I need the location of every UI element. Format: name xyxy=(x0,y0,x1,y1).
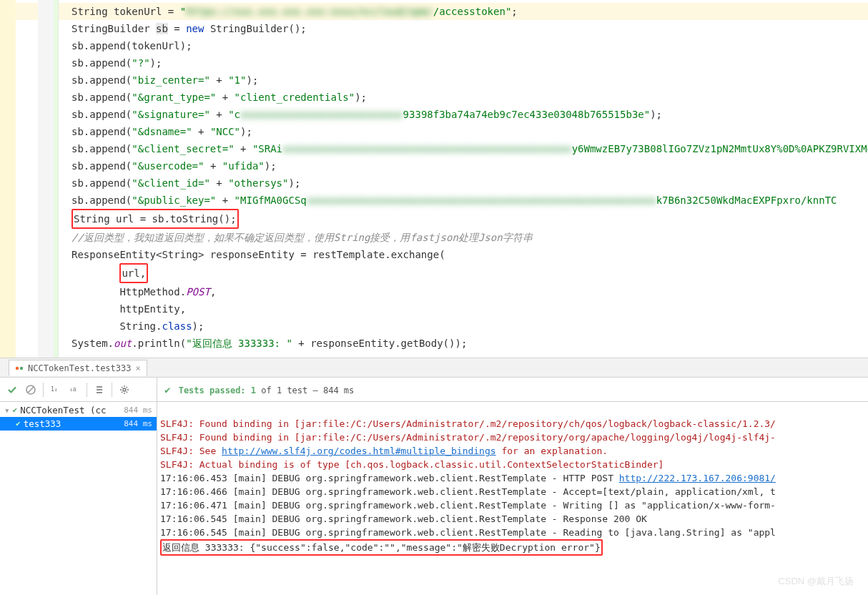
check-icon: ✔ xyxy=(16,419,21,428)
console-line: SLF4J: Found binding in [jar:file:/C:/Us… xyxy=(160,432,776,443)
sort-down-icon[interactable]: 1↓ xyxy=(48,382,64,398)
console-link[interactable]: http://www.slf4j.org/codes.html#multiple… xyxy=(222,446,496,456)
run-tab[interactable]: NCCTokenTest.test333 × xyxy=(9,360,147,376)
tree-duration: 844 ms xyxy=(124,419,152,428)
console-line: 17:16:06.545 [main] DEBUG org.springfram… xyxy=(160,527,776,538)
annotation-box-3: 返回信息 333333: {"success":false,"code":"",… xyxy=(160,539,603,556)
annotation-box-2: url, xyxy=(119,263,148,283)
annotation-box-1: String url = sb.toString(); xyxy=(71,209,239,229)
tree-row-method[interactable]: ✔ test333 844 ms xyxy=(0,417,157,431)
expand-all-icon[interactable] xyxy=(92,382,107,398)
code-block[interactable]: String tokenUrl = "https://xxx.xxx.xxx.x… xyxy=(0,0,868,352)
test-tree[interactable]: ▾ ✔ NCCTokenTest (cc 844 ms ✔ test333 84… xyxy=(0,402,157,595)
tree-label: test333 xyxy=(24,418,61,429)
check-icon: ✔ xyxy=(164,384,170,395)
test-status: ✔ Tests passed: 1 of 1 test – 844 ms xyxy=(157,384,354,395)
svg-text:↓a: ↓a xyxy=(69,386,77,393)
console-line: 17:16:06.545 [main] DEBUG org.springfram… xyxy=(160,513,647,524)
console-output[interactable]: SLF4J: Found binding in [jar:file:/C:/Us… xyxy=(157,402,868,595)
code-text: String tokenUrl = xyxy=(71,6,180,17)
console-line: 17:16:06.471 [main] DEBUG org.springfram… xyxy=(160,500,776,511)
console-line: 17:16:06.466 [main] DEBUG org.springfram… xyxy=(160,486,776,497)
run-tab-bar: NCCTokenTest.test333 × xyxy=(0,358,868,378)
sort-up-icon[interactable]: ↓a xyxy=(66,382,82,398)
check-icon: ✔ xyxy=(13,405,18,415)
svg-line-3 xyxy=(28,387,34,393)
close-icon[interactable]: × xyxy=(136,363,141,373)
show-ignored-toggle[interactable] xyxy=(23,382,39,398)
show-passed-toggle[interactable] xyxy=(4,382,20,398)
svg-point-0 xyxy=(16,366,19,369)
gutter xyxy=(0,0,59,358)
console-line: SLF4J: Found binding in [jar:file:/C:/Us… xyxy=(160,418,776,429)
run-tab-label: NCCTokenTest.test333 xyxy=(28,363,132,373)
test-toolbar: 1↓ ↓a ✔ Tests passed: 1 of 1 test – 844 … xyxy=(0,378,868,402)
svg-point-6 xyxy=(123,388,126,391)
editor-area: String tokenUrl = "https://xxx.xxx.xxx.x… xyxy=(0,0,868,358)
svg-point-1 xyxy=(20,366,23,369)
tree-duration: 844 ms xyxy=(124,405,152,415)
results-panel: ▾ ✔ NCCTokenTest (cc 844 ms ✔ test333 84… xyxy=(0,402,868,595)
svg-text:1↓: 1↓ xyxy=(51,386,58,393)
watermark: CSDN @戴月飞扬 xyxy=(778,575,854,588)
tree-label: NCCTokenTest (cc xyxy=(20,405,106,415)
tree-row-class[interactable]: ▾ ✔ NCCTokenTest (cc 844 ms xyxy=(0,403,157,417)
console-link[interactable]: http://222.173.167.206:9081/ xyxy=(619,473,776,483)
settings-icon[interactable] xyxy=(117,382,132,398)
console-line: SLF4J: Actual binding is of type [ch.qos… xyxy=(160,459,664,470)
test-config-icon xyxy=(15,364,24,373)
